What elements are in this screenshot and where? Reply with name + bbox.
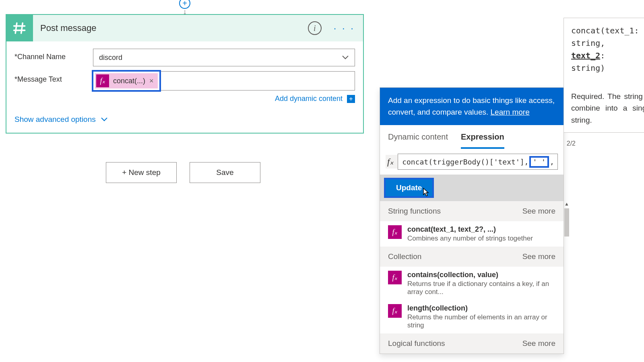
expression-input[interactable]: concat(triggerBody()['text'], ' ' , trig… xyxy=(398,154,558,170)
card-header: Post message i · · · xyxy=(6,15,363,41)
more-menu-icon[interactable]: · · · xyxy=(334,23,355,34)
svg-line-1 xyxy=(21,23,23,33)
section-string-functions: String functions See more xyxy=(380,201,564,221)
chevron-down-icon xyxy=(342,53,349,62)
show-advanced-options[interactable]: Show advanced options xyxy=(14,115,355,124)
see-more-logical[interactable]: See more xyxy=(522,339,555,348)
signature-tooltip: concat(text_1: string, text_2: string) R… xyxy=(564,18,644,133)
section-logical: Logical functions See more xyxy=(380,333,564,354)
info-icon[interactable]: i xyxy=(308,21,322,35)
counter-badge: 2/2 xyxy=(567,140,576,147)
card-title: Post message xyxy=(33,23,308,33)
new-step-button[interactable]: + New step xyxy=(106,162,177,183)
add-dynamic-plus-icon[interactable]: + xyxy=(347,95,355,103)
chevron-down-icon xyxy=(101,115,108,124)
message-text-input[interactable]: fₓ concat(...) × xyxy=(93,71,355,90)
fx-icon: fₓ xyxy=(388,225,402,239)
save-button[interactable]: Save xyxy=(190,162,260,183)
func-item-length[interactable]: fₓ length(collection) Returns the number… xyxy=(380,300,564,333)
see-more-string[interactable]: See more xyxy=(522,207,555,216)
see-more-collection[interactable]: See more xyxy=(522,252,555,261)
fx-icon: fₓ xyxy=(388,304,402,318)
channel-name-label: *Channel Name xyxy=(14,49,93,61)
cursor-icon xyxy=(422,187,430,197)
channel-name-select[interactable]: discord xyxy=(93,49,355,66)
tab-dynamic-content[interactable]: Dynamic content xyxy=(388,132,448,149)
add-dynamic-content-link[interactable]: Add dynamic content xyxy=(275,95,343,103)
fx-icon: fₓ xyxy=(96,74,109,87)
tab-expression[interactable]: Expression xyxy=(461,132,504,149)
remove-chip-icon[interactable]: × xyxy=(149,77,154,85)
highlight-box: ' ' xyxy=(529,156,549,168)
highlight-box: Update xyxy=(384,178,434,198)
fx-icon: fₓ xyxy=(388,271,402,284)
func-item-contains[interactable]: fₓ contains(collection, value) Returns t… xyxy=(380,267,564,300)
channel-name-value: discord xyxy=(99,53,122,62)
scrollbar-thumb[interactable] xyxy=(564,208,569,237)
svg-line-0 xyxy=(15,23,17,33)
message-text-label: *Message Text xyxy=(14,71,93,84)
action-card-post-message: Post message i · · · *Channel Name disco… xyxy=(6,14,364,134)
expression-banner: Add an expression to do basic things lik… xyxy=(380,88,564,125)
expression-chip-concat[interactable]: fₓ concat(...) × xyxy=(95,73,158,88)
func-item-concat[interactable]: fₓ concat(text_1, text_2?, ...) Combines… xyxy=(380,221,564,247)
expression-panel: Add an expression to do basic things lik… xyxy=(380,87,564,354)
learn-more-link[interactable]: Learn more xyxy=(491,108,530,116)
highlight-box: fₓ concat(...) × xyxy=(92,70,161,92)
scroll-up-icon[interactable]: ▲ xyxy=(564,201,569,207)
slack-hash-icon xyxy=(6,15,33,41)
update-button[interactable]: Update xyxy=(386,179,432,196)
section-collection: Collection See more xyxy=(380,247,564,267)
fx-icon: fₓ xyxy=(386,155,398,169)
